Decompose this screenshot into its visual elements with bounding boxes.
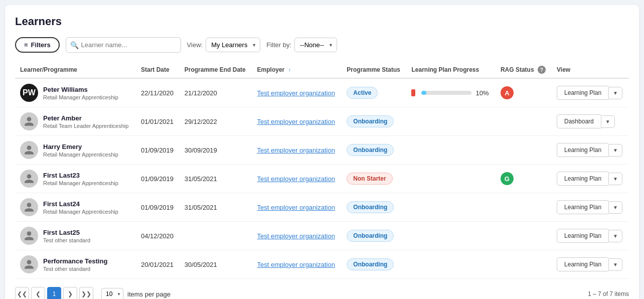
view-dropdown-button[interactable]: ▼ — [608, 201, 622, 214]
status-cell: Onboarding — [342, 250, 406, 279]
search-icon: 🔍 — [70, 41, 79, 49]
employer-link[interactable]: Test employer organization — [257, 175, 335, 183]
start-date: 22/11/2020 — [136, 78, 180, 107]
employer: Test employer organization — [252, 250, 342, 279]
last-page-button[interactable]: ❯❯ — [79, 287, 93, 299]
learner-cell: First Last23 Retail Manager Apprenticesh… — [15, 165, 136, 193]
view-dropdown-button[interactable]: ▼ — [601, 115, 615, 128]
table-row: First Last25 Test other standard 04/12/2… — [15, 222, 629, 250]
next-page-button[interactable]: ❯ — [63, 287, 77, 299]
view-button[interactable]: Learning Plan — [557, 143, 608, 157]
filters-label: Filters — [31, 41, 51, 49]
status-badge: Onboarding — [347, 201, 394, 213]
learner-programme: Retail Manager Apprenticeship — [43, 180, 118, 186]
filters-button[interactable]: ≡ Filters — [15, 37, 60, 53]
end-date: 30/05/2021 — [180, 250, 252, 279]
end-date — [180, 222, 252, 250]
employer-link[interactable]: Test employer organization — [257, 146, 335, 154]
filter-by-label: Filter by: — [266, 41, 291, 49]
learner-info: First Last25 Test other standard — [43, 229, 90, 243]
status-badge: Onboarding — [347, 258, 394, 270]
status-badge: Onboarding — [347, 115, 394, 127]
view-dropdown-button[interactable]: ▼ — [608, 144, 622, 157]
per-page-wrapper: 10 25 50 items per page — [101, 288, 171, 299]
learner-name: First Last25 — [43, 229, 90, 236]
view-button[interactable]: Learning Plan — [557, 229, 608, 243]
view-cell: Learning Plan ▼ — [552, 193, 629, 222]
learner-cell: Performance Testing Test other standard — [15, 250, 136, 279]
sort-up-icon: ↑ — [288, 67, 291, 73]
progress-cell: 10% — [411, 89, 490, 97]
avatar — [20, 227, 38, 245]
status-cell: Non Starter — [342, 165, 406, 193]
employer: Test employer organization — [252, 136, 342, 165]
toolbar: ≡ Filters 🔍 View: My Learners Filter by:… — [15, 37, 629, 53]
progress-cell-td — [406, 107, 495, 136]
view-dropdown-button[interactable]: ▼ — [608, 173, 622, 185]
avatar — [20, 112, 38, 130]
view-button[interactable]: Learning Plan — [557, 86, 608, 100]
employer-link[interactable]: Test employer organization — [257, 118, 335, 125]
view-select[interactable]: My Learners — [206, 38, 260, 52]
end-date: 30/09/2019 — [180, 136, 252, 165]
view-btn-wrapper: Learning Plan ▼ — [557, 143, 624, 157]
table-row: PW Peter Williams Retail Manager Apprent… — [15, 78, 629, 107]
employer-link[interactable]: Test employer organization — [257, 261, 335, 268]
view-cell: Learning Plan ▼ — [552, 165, 629, 193]
per-page-select[interactable]: 10 25 50 — [101, 288, 123, 299]
view-dropdown-button[interactable]: ▼ — [608, 230, 622, 242]
status-cell: Onboarding — [342, 136, 406, 165]
start-date: 01/09/2019 — [136, 136, 180, 165]
col-rag: RAG Status ? — [496, 62, 552, 78]
view-btn-wrapper: Learning Plan ▼ — [557, 172, 624, 186]
progress-cell-td — [406, 136, 495, 165]
learner-name: Peter Amber — [43, 114, 128, 122]
learner-info: First Last24 Retail Manager Apprenticesh… — [43, 200, 118, 215]
status-badge: Active — [347, 87, 378, 99]
learner-info: Performance Testing Test other standard — [43, 257, 107, 272]
page-1-button[interactable]: 1 — [47, 287, 61, 299]
learner-programme: Retail Manager Apprenticeship — [43, 94, 118, 100]
col-employer[interactable]: Employer ↑ — [252, 62, 342, 78]
view-cell: Learning Plan ▼ — [552, 222, 629, 250]
filter-control: Filter by: --None-- — [266, 38, 337, 52]
progress-cell-td: 10% — [406, 78, 495, 107]
search-input[interactable] — [66, 37, 181, 53]
rag-badge: G — [501, 172, 514, 185]
view-button[interactable]: Learning Plan — [557, 200, 608, 214]
employer-link[interactable]: Test employer organization — [257, 232, 335, 240]
learner-name: Harry Emery — [43, 143, 118, 151]
view-button[interactable]: Learning Plan — [557, 257, 608, 271]
table-row: Harry Emery Retail Manager Apprenticeshi… — [15, 136, 629, 165]
progress-cell-td — [406, 222, 495, 250]
status-badge: Onboarding — [347, 144, 394, 156]
learner-cell: Peter Amber Retail Team Leader Apprentic… — [15, 107, 136, 136]
view-btn-wrapper: Learning Plan ▼ — [557, 257, 624, 271]
status-cell: Onboarding — [342, 107, 406, 136]
learners-table: Learner/Programme Start Date Programme E… — [15, 62, 629, 279]
first-page-button[interactable]: ❮❮ — [15, 287, 29, 299]
pagination: ❮❮ ❮ 1 ❯ ❯❯ 10 25 50 items per page 1 – … — [15, 287, 629, 299]
view-btn-wrapper: Dashboard ▼ — [557, 114, 624, 128]
view-btn-wrapper: Learning Plan ▼ — [557, 229, 624, 243]
filter-icon: ≡ — [24, 41, 28, 49]
prev-page-button[interactable]: ❮ — [31, 287, 45, 299]
rag-cell — [496, 250, 552, 279]
employer: Test employer organization — [252, 222, 342, 250]
learner-programme: Retail Manager Apprenticeship — [43, 209, 118, 215]
view-button[interactable]: Learning Plan — [557, 172, 608, 186]
col-status: Programme Status — [342, 62, 406, 78]
employer-link[interactable]: Test employer organization — [257, 89, 335, 97]
employer-link[interactable]: Test employer organization — [257, 204, 335, 211]
rag-cell: G — [496, 165, 552, 193]
view-button[interactable]: Dashboard — [557, 114, 601, 128]
view-dropdown-button[interactable]: ▼ — [608, 258, 622, 271]
employer: Test employer organization — [252, 78, 342, 107]
view-dropdown-button[interactable]: ▼ — [608, 87, 622, 99]
view-cell: Learning Plan ▼ — [552, 250, 629, 279]
rag-help-icon[interactable]: ? — [538, 66, 546, 74]
filter-select[interactable]: --None-- — [294, 38, 337, 52]
rag-cell — [496, 107, 552, 136]
learner-cell: Harry Emery Retail Manager Apprenticeshi… — [15, 136, 136, 165]
rag-cell: A — [496, 78, 552, 107]
